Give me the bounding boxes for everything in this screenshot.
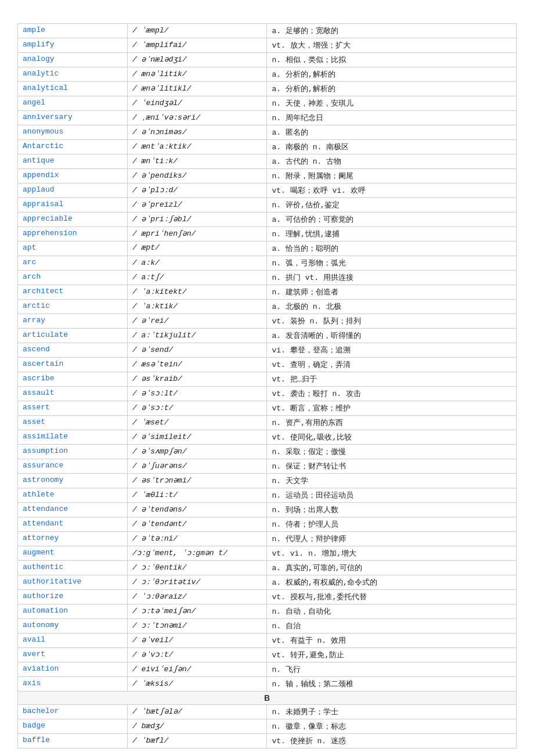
table-row: ascend / əˈsend/ vi. 攀登，登高；追溯 — [18, 343, 517, 358]
word-cell: assert — [18, 401, 128, 416]
word-cell: architect — [18, 285, 128, 300]
phonetic-cell: / əˈveil/ — [127, 633, 267, 648]
definition-cell: vt. 授权与,批准,委托代替 — [267, 590, 517, 604]
word-cell: anniversary — [18, 111, 128, 125]
table-row: ample / ˈæmpl/ a. 足够的；宽敞的 — [18, 24, 517, 38]
phonetic-cell: / ænˈtiːk/ — [127, 154, 267, 169]
section-header-b: B — [18, 692, 517, 705]
table-row: attendant / əˈtendənt/ n. 侍者；护理人员 — [18, 517, 517, 532]
definition-cell: a. 分析的,解析的 — [267, 82, 517, 96]
word-cell: baffle — [18, 734, 128, 748]
word-cell: arch — [18, 271, 128, 285]
table-row: architect / ˈaːkitekt/ n. 建筑师；创造者 — [18, 285, 517, 300]
table-row: anonymous / əˈnɔniməs/ a. 匿名的 — [18, 125, 517, 140]
phonetic-cell: / aːˈtikjulit/ — [127, 329, 267, 343]
definition-cell: vt. 装扮 n. 队列；排列 — [267, 314, 517, 329]
phonetic-cell: / ˈɔːθəraiz/ — [127, 590, 267, 604]
phonetic-cell: / əˈnɔniməs/ — [127, 125, 267, 140]
word-cell: athlete — [18, 488, 128, 503]
definition-cell: vt. 喝彩；欢呼 vi. 欢呼 — [267, 183, 517, 198]
table-row: authorize / ˈɔːθəraiz/ vt. 授权与,批准,委托代替 — [18, 590, 517, 604]
word-cell: applaud — [18, 183, 128, 198]
phonetic-cell: / æsəˈtein/ — [127, 358, 267, 372]
word-cell: augment — [18, 546, 128, 561]
table-row: authentic / ɔːˈθentik/ a. 真实的,可靠的,可信的 — [18, 561, 517, 575]
definition-cell: n. 相似，类似；比拟 — [267, 53, 517, 67]
table-row: baffle / ˈbæfl/ vt. 使挫折 n. 迷惑 — [18, 734, 517, 748]
definition-cell: a. 足够的；宽敞的 — [267, 24, 517, 38]
phonetic-cell: / əˈplɔːd/ — [127, 183, 267, 198]
word-cell: axis — [18, 677, 128, 692]
phonetic-cell: / ˈbæfl/ — [127, 734, 267, 748]
phonetic-cell: / ˈbætʃələ/ — [127, 705, 267, 719]
table-row: arctic / ˈaːktik/ a. 北极的 n. 北极 — [18, 300, 517, 314]
word-cell: ascertain — [18, 358, 128, 372]
definition-cell: n. 自动，自动化 — [267, 604, 517, 619]
definition-cell: vi. 攀登，登高；追溯 — [267, 343, 517, 358]
phonetic-cell: / ɔːˈtɔnəmi/ — [127, 619, 267, 633]
phonetic-cell: / ˈaːktik/ — [127, 300, 267, 314]
definition-cell: n. 评价,估价,鉴定 — [267, 198, 517, 213]
phonetic-cell: / ɔːtəˈmeiʃən/ — [127, 604, 267, 619]
definition-cell: n. 拱门 vt. 用拱连接 — [267, 271, 517, 285]
word-cell: angel — [18, 96, 128, 111]
definition-cell: n. 采取；假定；傲慢 — [267, 445, 517, 459]
word-cell: anonymous — [18, 125, 128, 140]
word-cell: avert — [18, 648, 128, 663]
word-cell: appraisal — [18, 198, 128, 213]
definition-cell: vt. 使同化,吸收,比较 — [267, 430, 517, 445]
phonetic-cell: / əsˈtrɔnəmi/ — [127, 474, 267, 488]
table-row: appreciable / əˈpriːʃəbl/ a. 可估价的；可察觉的 — [18, 213, 517, 227]
definition-cell: vt. 转开,避免,防止 — [267, 648, 517, 663]
table-row: aviation / eiviˈeiʃən/ n. 飞行 — [18, 663, 517, 677]
phonetic-cell: / əˈsend/ — [127, 343, 267, 358]
word-cell: arc — [18, 256, 128, 271]
phonetic-cell: / eiviˈeiʃən/ — [127, 663, 267, 677]
phonetic-cell: / bædʒ/ — [127, 719, 267, 734]
phonetic-cell: / əˈtendəns/ — [127, 503, 267, 517]
definition-cell: n. 天文学 — [267, 474, 517, 488]
phonetic-cell: / əˈʃuərəns/ — [127, 459, 267, 474]
phonetic-cell: / əˈsɔːlt/ — [127, 387, 267, 401]
phonetic-cell: /ɔːgˈment, ˈɔːgmən t/ — [127, 546, 267, 561]
phonetic-cell: / æpriˈhenʃən/ — [127, 227, 267, 242]
phonetic-cell: / ˈæksis/ — [127, 677, 267, 692]
definition-cell: vt. 断言，宣称；维护 — [267, 401, 517, 416]
phonetic-cell: / aːtʃ/ — [127, 271, 267, 285]
definition-cell: n. 未婚男子；学士 — [267, 705, 517, 719]
definition-cell: n. 飞行 — [267, 663, 517, 677]
definition-cell: vt. 使挫折 n. 迷惑 — [267, 734, 517, 748]
word-cell: analytic — [18, 67, 128, 82]
table-row: avert / əˈvɔːt/ vt. 转开,避免,防止 — [18, 648, 517, 663]
phonetic-cell: / ɔːˈθentik/ — [127, 561, 267, 575]
phonetic-cell: / əˈvɔːt/ — [127, 648, 267, 663]
phonetic-cell: / ænəˈlitik/ — [127, 67, 267, 82]
definition-cell: n. 代理人；辩护律师 — [267, 532, 517, 546]
word-cell: amplify — [18, 38, 128, 53]
phonetic-cell: / əsˈkraib/ — [127, 372, 267, 387]
definition-cell: n. 建筑师；创造者 — [267, 285, 517, 300]
definition-cell: n. 弧，弓形物；弧光 — [267, 256, 517, 271]
word-cell: array — [18, 314, 128, 329]
table-row: assumption / əˈsʌmpʃən/ n. 采取；假定；傲慢 — [18, 445, 517, 459]
definition-cell: a. 真实的,可靠的,可信的 — [267, 561, 517, 575]
word-cell: authentic — [18, 561, 128, 575]
table-row: antique / ænˈtiːk/ a. 古代的 n. 古物 — [18, 154, 517, 169]
definition-cell: n. 天使，神差，安琪儿 — [267, 96, 517, 111]
table-row: applaud / əˈplɔːd/ vt. 喝彩；欢呼 vi. 欢呼 — [18, 183, 517, 198]
table-row: avail / əˈveil/ vt. 有益于 n. 效用 — [18, 633, 517, 648]
table-row: assimilate / əˈsimileit/ vt. 使同化,吸收,比较 — [18, 430, 517, 445]
definition-cell: vt. 袭击；殴打 n. 攻击 — [267, 387, 517, 401]
phonetic-cell: / æntˈaːktik/ — [127, 140, 267, 154]
definition-cell: n. 自治 — [267, 619, 517, 633]
word-cell: ascend — [18, 343, 128, 358]
word-cell: bachelor — [18, 705, 128, 719]
table-row: attendance / əˈtendəns/ n. 到场；出席人数 — [18, 503, 517, 517]
table-row: Antarctic / æntˈaːktik/ a. 南极的 n. 南极区 — [18, 140, 517, 154]
table-row: astronomy / əsˈtrɔnəmi/ n. 天文学 — [18, 474, 517, 488]
phonetic-cell: / əˈtəːni/ — [127, 532, 267, 546]
word-cell: authoritative — [18, 575, 128, 590]
table-row: attorney / əˈtəːni/ n. 代理人；辩护律师 — [18, 532, 517, 546]
table-row: amplify / ˈæmplifai/ vt. 放大，增强；扩大 — [18, 38, 517, 53]
word-cell: authorize — [18, 590, 128, 604]
